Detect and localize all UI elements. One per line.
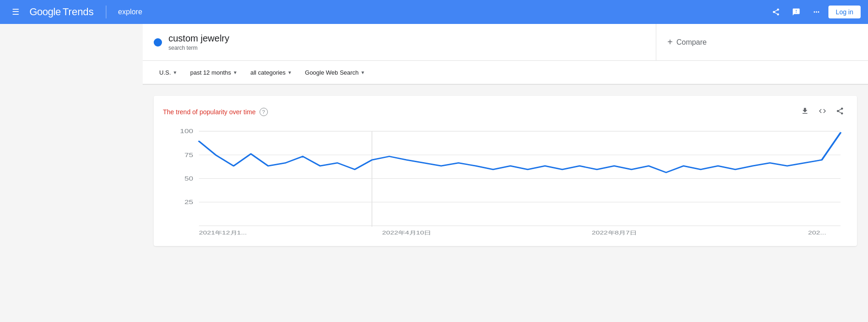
compare-label: Compare [677, 38, 707, 47]
logo-trends: Trends [63, 6, 94, 18]
term-info: custom jewelry search term [168, 33, 229, 51]
term-indicator-dot [154, 38, 162, 47]
share-icon [772, 8, 780, 16]
logo-area: Google Trends [29, 6, 94, 18]
apps-icon [812, 8, 821, 16]
filters-bar: U.S. ▼ past 12 months ▼ all categories ▼… [143, 61, 868, 85]
search-type-chevron-icon: ▼ [360, 70, 365, 75]
embed-icon [818, 107, 827, 115]
feedback-icon [792, 8, 800, 16]
time-period-chevron-icon: ▼ [233, 70, 237, 75]
region-chevron-icon: ▼ [173, 70, 177, 75]
share-chart-button[interactable] [832, 105, 848, 119]
search-term-type: search term [168, 45, 229, 51]
explore-label: explore [118, 8, 142, 16]
header-right: Log in [768, 4, 861, 20]
chart-title: The trend of popularity over time [163, 108, 256, 116]
chart-container: 100 75 50 25 2021年12月1... 2022年4月10日 202… [163, 126, 848, 237]
region-label: U.S. [159, 69, 171, 76]
header-divider [106, 6, 106, 18]
apps-button[interactable] [808, 4, 825, 20]
header-left: ☰ Google Trends explore [7, 4, 142, 20]
trend-line [199, 133, 840, 172]
search-term: custom jewelry [168, 33, 229, 44]
login-button[interactable]: Log in [828, 6, 861, 18]
share-chart-icon [836, 107, 844, 115]
category-label: all categories [250, 69, 286, 76]
hamburger-icon: ☰ [12, 7, 19, 17]
time-period-label: past 12 months [190, 69, 231, 76]
logo-google: Google [29, 6, 61, 18]
download-icon [801, 107, 809, 115]
embed-button[interactable] [815, 105, 830, 119]
help-icon[interactable]: ? [260, 108, 268, 116]
category-chevron-icon: ▼ [288, 70, 292, 75]
search-term-section: custom jewelry search term [143, 24, 656, 60]
menu-button[interactable]: ☰ [7, 4, 24, 20]
region-filter[interactable]: U.S. ▼ [154, 65, 183, 80]
svg-text:50: 50 [185, 176, 193, 181]
chart-header: The trend of popularity over time ? [163, 105, 848, 119]
svg-text:2021年12月1...: 2021年12月1... [199, 230, 247, 235]
svg-text:25: 25 [185, 199, 193, 205]
category-filter[interactable]: all categories ▼ [245, 65, 298, 80]
download-button[interactable] [797, 105, 813, 119]
feedback-button[interactable] [788, 4, 804, 20]
search-type-filter[interactable]: Google Web Search ▼ [300, 65, 371, 80]
time-period-filter[interactable]: past 12 months ▼ [185, 65, 243, 80]
svg-text:75: 75 [185, 152, 193, 158]
svg-text:2022年8月7日: 2022年8月7日 [592, 230, 637, 235]
compare-plus-icon: + [667, 37, 673, 47]
compare-section[interactable]: + Compare [656, 24, 868, 60]
chart-actions [797, 105, 848, 119]
sidebar-left [0, 24, 143, 322]
svg-text:100: 100 [180, 129, 193, 135]
trend-chart-svg: 100 75 50 25 2021年12月1... 2022年4月10日 202… [163, 126, 848, 237]
trend-chart-card: The trend of popularity over time ? [154, 96, 857, 246]
main-content: The trend of popularity over time ? [143, 85, 868, 322]
chart-title-area: The trend of popularity over time ? [163, 108, 268, 116]
header: ☰ Google Trends explore Log in [0, 0, 868, 24]
share-button[interactable] [768, 4, 784, 20]
svg-text:2022年4月10日: 2022年4月10日 [382, 230, 431, 235]
svg-text:202...: 202... [808, 230, 826, 235]
search-type-label: Google Web Search [305, 69, 359, 76]
